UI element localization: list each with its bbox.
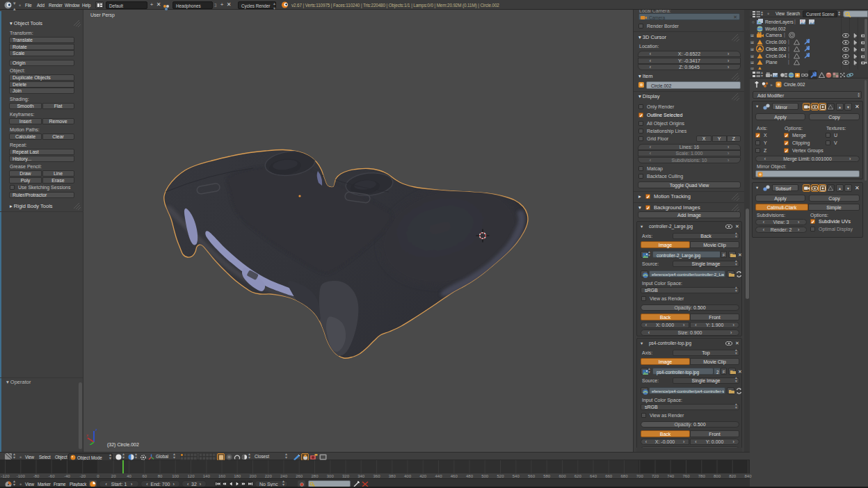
svg-text:z: z	[95, 428, 97, 432]
svg-text:x: x	[86, 433, 88, 437]
